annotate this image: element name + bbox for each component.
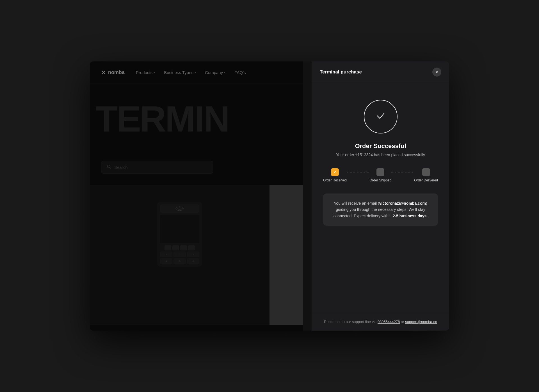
tracking-step-delivered: Order Delivered [414,168,438,182]
footer-text: Reach out to our support line via 080554… [323,320,438,324]
step-indicator-shipped [376,168,384,176]
modal-body: Order Successful Your order #1512324 has… [312,83,449,313]
close-icon: × [436,70,438,74]
modal-footer: Reach out to our support line via 080554… [312,313,449,331]
tracking-line-1 [347,172,369,172]
close-button[interactable]: × [432,68,441,77]
tracking-step-shipped: Order Shipped [369,168,391,182]
order-tracking: ✓ Order Received Order Shipped [323,168,438,182]
overlay [90,61,303,331]
step-label-shipped: Order Shipped [369,178,391,182]
tracking-step-received: ✓ Order Received [323,168,347,182]
delivery-time-highlight: 2-5 business days. [393,214,428,218]
info-text: You will receive an email (victoronazi@n… [331,200,430,219]
browser-window: ✕ nomba Products ▾ Business Types ▾ [90,61,449,331]
step-label-delivered: Order Delivered [414,178,438,182]
tracking-dashes-1 [347,172,369,172]
success-subtitle: Your order #1512324 has been placed succ… [336,153,425,157]
success-title: Order Successful [355,142,406,150]
step-indicator-received: ✓ [331,168,339,176]
support-phone-link[interactable]: 08055444278 [378,320,400,324]
step-label-received: Order Received [323,178,347,182]
tracking-line-2 [391,172,414,172]
checkmark-icon [375,110,386,124]
step-check-icon: ✓ [334,170,336,174]
support-email-link[interactable]: support@nomba.co [405,320,437,324]
info-box: You will receive an email (victoronazi@n… [323,193,438,226]
modal-title: Terminal purchase [320,69,362,75]
modal-header: Terminal purchase × [312,61,449,83]
tracking-dashes-2 [391,172,414,172]
step-indicator-delivered [422,168,430,176]
modal-panel: Terminal purchase × Order Successful You… [312,61,449,331]
success-circle [364,100,398,133]
email-highlight: victoronazi@nomba.com [379,201,426,206]
